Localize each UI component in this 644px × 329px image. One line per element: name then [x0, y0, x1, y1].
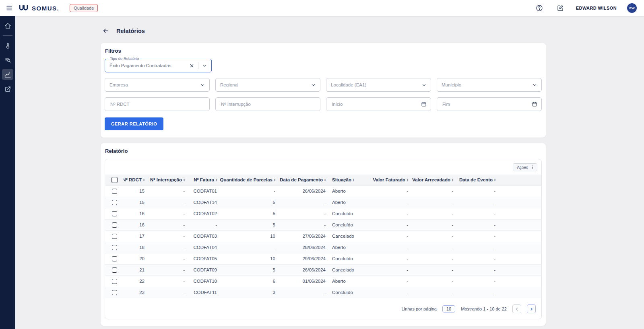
previous-page-button[interactable]: [512, 304, 521, 313]
filter-text-input[interactable]: [109, 101, 205, 107]
column-header[interactable]: Data de Pagamento▴▾: [279, 175, 329, 185]
filler-cell: [499, 219, 541, 230]
generate-report-button[interactable]: GERAR RELATÓRIO: [105, 117, 163, 130]
cell: -: [456, 242, 499, 253]
sort-icon[interactable]: ▴▾: [353, 178, 354, 182]
report-title: Relatório: [105, 148, 542, 154]
cell: 20: [124, 253, 148, 264]
row-checkbox[interactable]: [112, 245, 117, 250]
column-header[interactable]: Nº Fatura▴▾: [188, 175, 220, 185]
cell: CODFAT09: [188, 264, 220, 276]
filter-date-input[interactable]: [331, 101, 421, 107]
rows-per-page-select[interactable]: 10: [442, 305, 455, 313]
home-icon: [4, 23, 11, 29]
filters-card: Filtros Tipo de Relatório Êxito Pagament…: [101, 43, 546, 138]
column-header[interactable]: Nº RDCT▴▾: [124, 175, 148, 185]
filler-cell: [499, 230, 541, 242]
pagination: Linhas por página 10 Mostrando 1 - 10 de…: [105, 298, 541, 316]
sort-icon[interactable]: ▴▾: [143, 178, 144, 182]
actions-button-label: Ações: [517, 165, 528, 170]
cell: 18: [124, 242, 148, 253]
report-type-label: Tipo de Relatório: [108, 56, 140, 61]
filter-select[interactable]: Município: [437, 78, 542, 92]
clear-icon[interactable]: [188, 62, 195, 69]
report-table-body: 15-CODFAT01-26/06/2024Aberto---15-CODFAT…: [105, 185, 541, 298]
sidebar-item-external-link[interactable]: [2, 83, 13, 95]
cell: -: [456, 230, 499, 242]
kebab-menu-icon[interactable]: [530, 165, 535, 170]
row-checkbox[interactable]: [112, 267, 117, 273]
filter-select[interactable]: Regional: [215, 78, 320, 92]
cell: -: [411, 185, 456, 197]
back-arrow-icon[interactable]: [101, 26, 111, 36]
cell: -: [369, 208, 411, 219]
filter-select[interactable]: Empresa: [105, 78, 210, 92]
row-checkbox-cell: [105, 230, 124, 242]
column-header[interactable]: Valor Arrecadado▴▾: [411, 175, 456, 185]
column-header[interactable]: Nº Interrupção▴▾: [148, 175, 188, 185]
filler-cell: [499, 276, 541, 287]
row-checkbox[interactable]: [112, 189, 117, 194]
next-page-button[interactable]: [527, 304, 536, 313]
row-checkbox[interactable]: [112, 290, 117, 295]
row-checkbox-cell: [105, 276, 124, 287]
hamburger-menu-icon[interactable]: [4, 3, 14, 13]
sort-icon[interactable]: ▴▾: [216, 178, 217, 182]
column-header[interactable]: Situação▴▾: [329, 175, 369, 185]
sort-icon[interactable]: ▴▾: [274, 178, 275, 182]
row-checkbox-cell: [105, 287, 124, 298]
filler-cell: [499, 175, 541, 185]
row-checkbox[interactable]: [112, 256, 117, 261]
sort-icon[interactable]: ▴▾: [324, 178, 326, 182]
sidebar-item-home[interactable]: [2, 20, 13, 31]
actions-button[interactable]: Ações: [513, 163, 537, 171]
column-header-label: Nº Interrupção: [150, 177, 182, 182]
sort-icon[interactable]: ▴▾: [184, 178, 185, 182]
sort-icon[interactable]: ▴▾: [407, 178, 408, 182]
filler-cell: [499, 253, 541, 264]
cell: 28/06/2024: [279, 242, 329, 253]
page-title: Relatórios: [116, 28, 145, 34]
cell: -: [456, 219, 499, 230]
cell: -: [456, 197, 499, 208]
cell: -: [411, 197, 456, 208]
column-header[interactable]: Valor Faturado▴▾: [369, 175, 411, 185]
sidebar-item-thermometer[interactable]: [2, 40, 13, 51]
filter-select[interactable]: Localidade (EA1): [326, 78, 431, 92]
cell: Aberto: [329, 242, 369, 253]
sort-icon[interactable]: ▴▾: [452, 178, 453, 182]
help-icon[interactable]: [534, 3, 545, 13]
edit-note-icon[interactable]: [555, 3, 566, 13]
report-type-value: Êxito Pagamento Contratadas: [109, 63, 188, 68]
avatar[interactable]: EW: [627, 3, 637, 13]
report-table-container: Ações Nº RDCT▴▾Nº Interrupção▴▾Nº Fatura…: [105, 159, 542, 319]
calendar-icon[interactable]: [421, 101, 427, 107]
column-header[interactable]: Data de Evento▴▾: [456, 175, 499, 185]
sort-icon[interactable]: ▴▾: [494, 178, 495, 182]
filter-date-input[interactable]: [442, 101, 532, 107]
row-checkbox[interactable]: [112, 279, 117, 284]
calendar-icon[interactable]: [532, 101, 537, 107]
sidebar-item-analytics[interactable]: [2, 69, 13, 80]
row-checkbox[interactable]: [112, 222, 117, 228]
cell: Cancelado: [329, 264, 369, 276]
filter-text-input[interactable]: [220, 101, 316, 107]
report-type-select[interactable]: Tipo de Relatório Êxito Pagamento Contra…: [105, 59, 212, 72]
row-checkbox[interactable]: [112, 200, 117, 205]
row-checkbox[interactable]: [112, 211, 117, 216]
cell: CODFAT10: [188, 276, 220, 287]
cell: -: [411, 287, 456, 298]
cell: -: [411, 230, 456, 242]
cell: 15: [124, 197, 148, 208]
column-header-label: Data de Pagamento: [280, 177, 323, 182]
sidebar-item-search-document[interactable]: [2, 54, 13, 66]
cell: -: [369, 242, 411, 253]
filter-text-field: [105, 97, 210, 111]
row-checkbox[interactable]: [112, 234, 117, 239]
select-all-checkbox[interactable]: [111, 177, 118, 183]
user-name: EDWARD WILSON: [576, 6, 617, 10]
column-header-label: Situação: [332, 177, 351, 182]
cell: -: [148, 219, 188, 230]
chevron-down-icon[interactable]: [201, 62, 208, 69]
column-header[interactable]: Quantidade de Parcelas▴▾: [220, 175, 279, 185]
